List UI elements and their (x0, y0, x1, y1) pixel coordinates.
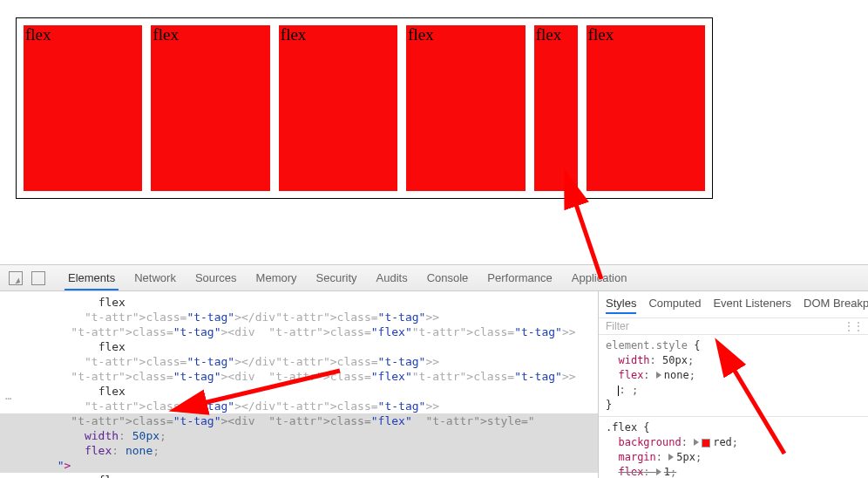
device-toggle-icon[interactable] (31, 271, 45, 285)
expand-icon[interactable] (694, 439, 699, 446)
more-icon[interactable]: ⋮⋮ (844, 320, 863, 332)
tab-security[interactable]: Security (313, 265, 361, 290)
dom-line[interactable]: flex (0, 473, 598, 478)
elements-tree[interactable]: … flex "t-attr">class="t-tag"></div"t-at… (0, 291, 598, 478)
tab-application[interactable]: Application (568, 265, 631, 290)
flex-item-5-narrow: flex (534, 25, 578, 191)
flex-item-1: flex (24, 25, 142, 191)
styles-rules[interactable]: element.style { width: 50px; flex: none;… (599, 335, 868, 478)
inspect-icon[interactable] (9, 271, 23, 285)
dom-line[interactable]: "t-attr">class="t-tag"><div "t-attr">cla… (0, 413, 598, 428)
tab-memory[interactable]: Memory (253, 265, 301, 290)
expand-icon[interactable] (668, 454, 674, 461)
dom-line[interactable]: flex: none; (0, 443, 598, 458)
dom-line[interactable]: width: 50px; (0, 428, 598, 443)
flex-item-6: flex (587, 25, 705, 191)
flex-item-3: flex (279, 25, 397, 191)
styles-sidebar: Styles Computed Event Listeners DOM Brea… (598, 291, 868, 478)
flex-item-2: flex (151, 25, 269, 191)
tab-network[interactable]: Network (131, 265, 180, 290)
devtools-toolbar: Elements Network Sources Memory Security… (0, 265, 868, 291)
color-swatch[interactable] (702, 439, 710, 447)
dom-line[interactable]: "t-attr">class="t-tag"><div "t-attr">cla… (0, 369, 598, 384)
side-tab-event-listeners[interactable]: Event Listeners (713, 297, 791, 314)
dom-line[interactable]: "t-attr">class="t-tag"></div"t-attr">cla… (0, 354, 598, 369)
styles-filter[interactable]: Filter ⋮⋮ (599, 318, 868, 335)
sidebar-tabs: Styles Computed Event Listeners DOM Brea… (599, 291, 868, 318)
expand-icon[interactable] (656, 372, 661, 379)
tab-sources[interactable]: Sources (192, 265, 241, 290)
dom-line[interactable]: "t-attr">class="t-tag"></div"t-attr">cla… (0, 310, 598, 324)
edit-caret[interactable] (618, 386, 619, 396)
devtools-panel: Elements Network Sources Memory Security… (0, 264, 868, 478)
side-tab-dom-breakpoints[interactable]: DOM Breakpoints (804, 297, 868, 314)
dom-line[interactable]: flex (0, 295, 598, 310)
flex-item-4: flex (406, 25, 525, 191)
dom-line[interactable]: "> (0, 458, 598, 473)
collapsed-ellipsis: … (5, 389, 11, 404)
devtools-tabs: Elements Network Sources Memory Security… (64, 265, 630, 290)
expand-icon[interactable] (656, 468, 661, 475)
rendered-flex-container: flex flex flex flex flex flex (16, 17, 713, 199)
dom-line[interactable]: "t-attr">class="t-tag"></div"t-attr">cla… (0, 399, 598, 413)
tab-elements[interactable]: Elements (64, 265, 119, 290)
rule-element-style: element.style { width: 50px; flex: none;… (606, 338, 861, 413)
tab-audits[interactable]: Audits (373, 265, 411, 290)
side-tab-styles[interactable]: Styles (606, 297, 636, 314)
dom-line[interactable]: flex (0, 384, 598, 399)
rule-flex-class: .flex { background: red; margin: 5px; fl… (606, 420, 861, 478)
dom-line[interactable]: "t-attr">class="t-tag"><div "t-attr">cla… (0, 324, 598, 339)
side-tab-computed[interactable]: Computed (648, 297, 701, 314)
tab-console[interactable]: Console (424, 265, 472, 290)
dom-line[interactable]: flex (0, 339, 598, 354)
devtools-body: … flex "t-attr">class="t-tag"></div"t-at… (0, 291, 868, 478)
tab-performance[interactable]: Performance (484, 265, 555, 290)
